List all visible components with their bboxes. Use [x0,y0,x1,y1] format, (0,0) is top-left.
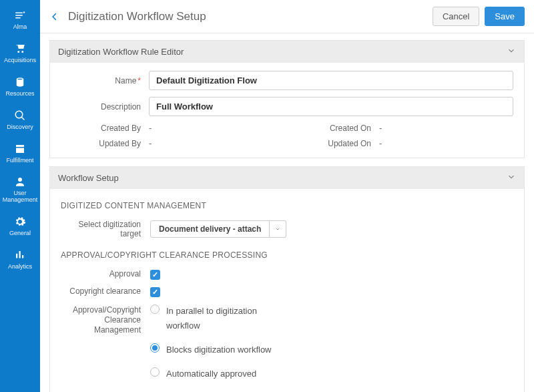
sidebar-item-label: User Management [1,190,39,204]
radio-blocks[interactable]: Blocks digitization workflow [150,343,273,357]
description-label: Description [61,102,141,112]
cancel-button[interactable]: Cancel [433,7,479,26]
radio-label: Automatically approved [166,367,256,381]
updated-on-value: - [379,138,513,148]
accm-radio-group: In parallel to digitization workflow Blo… [150,304,273,381]
workflow-setup-panel-header[interactable]: Workflow Setup [50,167,524,189]
radio-icon [150,305,160,314]
search-icon [14,110,26,122]
copyright-clearance-label: Copyright clearance [61,286,141,297]
sidebar-item-label: Analytics [8,264,32,270]
sidebar-item-general[interactable]: General [0,210,40,244]
sidebar-item-resources[interactable]: Resources [0,71,40,104]
caret-down-icon [270,220,286,238]
sidebar-item-label: Acquisitions [4,57,36,64]
created-by-label: Created By [61,124,141,133]
radio-label: In parallel to digitization workflow [166,304,273,333]
chevron-left-icon [50,12,59,21]
header-actions: Cancel Save [433,7,525,26]
analytics-icon [14,249,26,261]
sidebar: Alma Acquisitions Resources Discovery Fu… [0,0,40,392]
radio-parallel[interactable]: In parallel to digitization workflow [150,304,273,333]
radio-label: Blocks digitization workflow [166,343,272,357]
description-input[interactable] [149,97,513,116]
copyright-clearance-checkbox[interactable] [150,287,160,297]
sidebar-item-fulfillment[interactable]: Fulfillment [0,138,40,171]
accm-label: Approval/Copyright Clearance Management [61,304,141,335]
sidebar-item-label: Alma [13,24,27,31]
updated-on-label: Updated On [291,139,371,148]
chevron-down-icon [507,46,516,57]
digitization-target-value: Document delivery - attach [150,220,270,238]
gear-icon [14,216,26,228]
updated-by-label: Updated By [61,139,141,148]
main-content: Digitization Workflow Setup Cancel Save … [40,0,534,392]
sidebar-item-label: Fulfillment [6,158,33,164]
database-icon [14,76,26,88]
alma-icon [14,9,26,21]
rule-editor-panel: Digitization Workflow Rule Editor Name* … [49,40,525,158]
approval-label: Approval [61,269,141,279]
updated-by-value: - [149,138,283,148]
panel-title: Digitization Workflow Rule Editor [58,47,184,57]
panel-title: Workflow Setup [58,173,119,183]
acc-heading: APPROVAL/COPYRIGHT CLEARANCE PROCESSING [61,250,513,260]
sidebar-item-label: Discovery [7,124,33,131]
save-button[interactable]: Save [485,7,525,26]
sidebar-item-alma[interactable]: Alma [0,4,40,37]
sidebar-item-acquisitions[interactable]: Acquisitions [0,37,40,71]
created-by-value: - [149,123,283,133]
back-button[interactable] [47,9,63,25]
users-icon [14,176,26,188]
created-on-value: - [379,123,513,133]
dcm-heading: DIGITIZED CONTENT MANAGEMENT [61,201,513,210]
radio-auto-approved[interactable]: Automatically approved [150,367,273,381]
chevron-down-icon [507,172,516,184]
page-title: Digitization Workflow Setup [68,10,427,23]
cart-icon [14,43,26,55]
sidebar-item-label: General [9,230,31,237]
created-on-label: Created On [291,124,371,133]
radio-icon [150,343,160,353]
sidebar-item-label: Resources [5,91,34,97]
name-input[interactable] [149,71,513,90]
digitization-target-label: Select digitization target [61,220,141,238]
page-header: Digitization Workflow Setup Cancel Save [40,0,534,33]
sidebar-item-discovery[interactable]: Discovery [0,104,40,138]
sidebar-item-user-management[interactable]: User Management [0,170,40,210]
fulfillment-icon [14,143,26,155]
approval-checkbox[interactable] [150,270,160,280]
rule-editor-panel-header[interactable]: Digitization Workflow Rule Editor [50,41,524,63]
radio-icon [150,367,160,377]
digitization-target-select[interactable]: Document delivery - attach [150,220,286,238]
name-label: Name* [61,76,141,85]
workflow-setup-panel: Workflow Setup DIGITIZED CONTENT MANAGEM… [49,166,525,392]
sidebar-item-analytics[interactable]: Analytics [0,244,40,277]
